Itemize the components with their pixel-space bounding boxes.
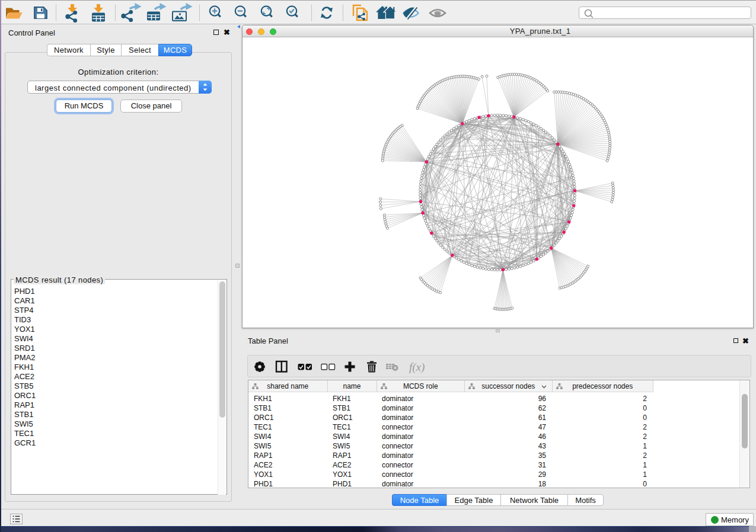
svg-text:f(x): f(x): [409, 361, 425, 374]
